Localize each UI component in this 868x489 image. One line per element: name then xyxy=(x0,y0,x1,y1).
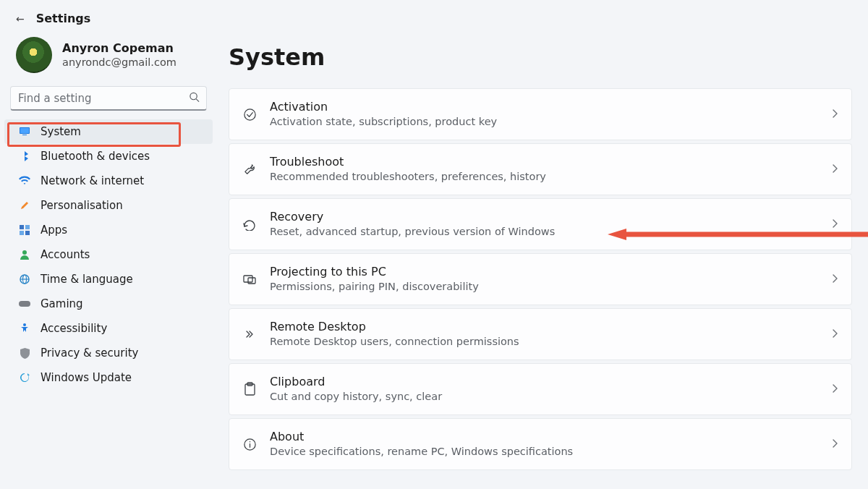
settings-item-subtitle: Permissions, pairing PIN, discoverabilit… xyxy=(270,279,822,294)
settings-item-title: Troubleshoot xyxy=(270,155,822,169)
gamepad-icon xyxy=(19,298,30,310)
nav-item-update[interactable]: Windows Update xyxy=(4,365,213,390)
person-icon xyxy=(19,249,30,260)
recovery-icon xyxy=(242,217,257,231)
nav-item-system[interactable]: System xyxy=(4,119,213,144)
settings-item-title: Remote Desktop xyxy=(270,320,822,334)
settings-item-title: Projecting to this PC xyxy=(270,265,822,279)
nav-item-time[interactable]: Time & language xyxy=(4,267,213,292)
sidebar: ← Settings Anyron Copeman anyrondc@gmail… xyxy=(0,0,217,489)
nav-item-label: Personalisation xyxy=(41,199,123,212)
nav-item-apps[interactable]: Apps xyxy=(4,218,213,242)
settings-item-clipboard[interactable]: ClipboardCut and copy history, sync, cle… xyxy=(229,363,852,415)
chevron-right-icon xyxy=(831,218,838,231)
user-block[interactable]: Anyron Copeman anyrondc@gmail.com xyxy=(0,34,217,83)
update-icon xyxy=(19,372,30,383)
svg-point-15 xyxy=(244,109,255,119)
nav-item-label: Time & language xyxy=(41,273,133,286)
svg-rect-6 xyxy=(25,225,30,229)
chevron-right-icon xyxy=(831,383,838,396)
svg-rect-7 xyxy=(20,231,24,235)
project-icon xyxy=(242,272,257,286)
svg-rect-8 xyxy=(25,231,30,235)
svg-point-14 xyxy=(23,323,26,326)
nav-item-accounts[interactable]: Accounts xyxy=(4,242,213,267)
chevron-right-icon xyxy=(831,108,838,122)
avatar xyxy=(16,37,52,73)
nav-item-label: Accessibility xyxy=(41,322,107,335)
chevron-right-icon xyxy=(831,273,838,286)
settings-item-title: Activation xyxy=(270,100,822,114)
settings-item-title: Recovery xyxy=(270,210,822,224)
nav-item-label: Network & internet xyxy=(41,174,144,187)
nav-item-label: Apps xyxy=(41,224,67,237)
nav-item-privacy[interactable]: Privacy & security xyxy=(4,341,213,365)
settings-item-title: About xyxy=(270,430,822,444)
settings-item-projecting[interactable]: Projecting to this PCPermissions, pairin… xyxy=(229,253,852,305)
settings-item-activation[interactable]: ActivationActivation state, subscription… xyxy=(229,88,852,140)
settings-item-troubleshoot[interactable]: TroubleshootRecommended troubleshooters,… xyxy=(229,143,852,195)
shield-icon xyxy=(19,347,30,359)
globe-icon xyxy=(19,273,30,285)
settings-item-remote[interactable]: Remote DesktopRemote Desktop users, conn… xyxy=(229,308,852,360)
settings-list: ActivationActivation state, subscription… xyxy=(229,88,852,470)
chevron-right-icon xyxy=(831,163,838,177)
accessibility-icon xyxy=(19,323,30,334)
brush-icon xyxy=(19,200,30,211)
chevron-right-icon xyxy=(831,438,838,451)
nav-item-accessibility[interactable]: Accessibility xyxy=(4,316,213,341)
nav-item-bluetooth[interactable]: Bluetooth & devices xyxy=(4,144,213,169)
search-input[interactable] xyxy=(10,86,207,111)
wifi-icon xyxy=(19,175,30,187)
page-title: System xyxy=(229,43,852,71)
svg-rect-5 xyxy=(20,225,24,229)
bluetooth-icon xyxy=(19,150,30,162)
settings-item-about[interactable]: AboutDevice specifications, rename PC, W… xyxy=(229,418,852,470)
wrench-icon xyxy=(242,162,257,177)
app-title: Settings xyxy=(36,12,91,25)
chevron-right-icon xyxy=(831,328,838,341)
main-panel: System ActivationActivation state, subsc… xyxy=(229,0,868,470)
remote-icon xyxy=(242,327,257,341)
nav-list: SystemBluetooth & devicesNetwork & inter… xyxy=(0,118,217,390)
apps-icon xyxy=(19,224,30,236)
nav-item-label: System xyxy=(41,125,81,138)
settings-item-subtitle: Remote Desktop users, connection permiss… xyxy=(270,334,822,349)
back-button[interactable]: ← xyxy=(16,13,25,25)
settings-item-subtitle: Activation state, subscriptions, product… xyxy=(270,114,822,129)
search-wrap xyxy=(10,86,207,111)
nav-item-label: Gaming xyxy=(41,297,83,310)
user-email: anyrondc@gmail.com xyxy=(62,56,176,69)
nav-item-personalisation[interactable]: Personalisation xyxy=(4,193,213,218)
settings-item-subtitle: Device specifications, rename PC, Window… xyxy=(270,444,822,459)
monitor-icon xyxy=(19,126,30,137)
check-circle-icon xyxy=(242,107,257,122)
clipboard-icon xyxy=(242,382,257,396)
svg-rect-3 xyxy=(20,128,29,133)
settings-item-subtitle: Recommended troubleshooters, preferences… xyxy=(270,169,822,184)
settings-item-subtitle: Reset, advanced startup, previous versio… xyxy=(270,224,822,239)
nav-item-label: Accounts xyxy=(41,248,90,261)
nav-item-label: Privacy & security xyxy=(41,346,138,360)
settings-item-subtitle: Cut and copy history, sync, clear xyxy=(270,389,822,404)
nav-item-network[interactable]: Network & internet xyxy=(4,169,213,193)
settings-item-recovery[interactable]: RecoveryReset, advanced startup, previou… xyxy=(229,198,852,250)
user-name: Anyron Copeman xyxy=(62,41,176,56)
settings-item-title: Clipboard xyxy=(270,375,822,389)
svg-rect-4 xyxy=(22,135,27,135)
nav-item-label: Windows Update xyxy=(41,371,132,384)
nav-item-gaming[interactable]: Gaming xyxy=(4,292,213,316)
svg-rect-17 xyxy=(248,278,255,284)
svg-point-9 xyxy=(22,250,27,255)
nav-item-label: Bluetooth & devices xyxy=(41,150,150,163)
info-icon xyxy=(242,437,257,451)
svg-point-21 xyxy=(249,441,250,442)
svg-rect-13 xyxy=(19,301,30,307)
